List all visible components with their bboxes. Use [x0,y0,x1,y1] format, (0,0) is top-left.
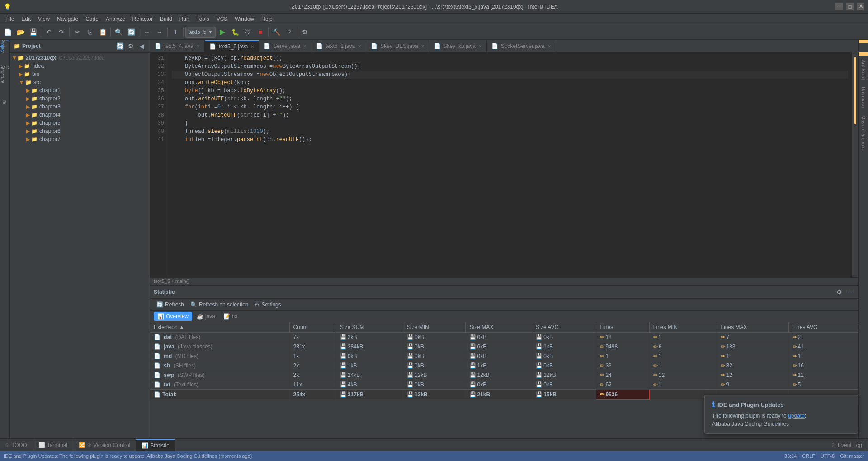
menu-run[interactable]: Run [176,15,193,23]
menu-refactor[interactable]: Refactor [129,15,156,23]
menu-vcs[interactable]: VCS [213,15,231,23]
toolbar-settings-button[interactable]: ⚙ [299,26,311,38]
tab-text5-5-close[interactable]: ✕ [250,44,254,49]
tree-idea-folder[interactable]: ▶ 📁 .idea [17,62,150,70]
stat-tab-overview[interactable]: 📊 Overview [154,312,192,321]
menu-code[interactable]: Code [82,15,102,23]
toolbar-find-button[interactable]: 🔍 [113,26,124,38]
toolbar-structure-button[interactable]: ⬆ [170,26,181,38]
toolbar-new-button[interactable]: 📄 [2,26,14,38]
debug-button[interactable]: 🐛 [229,26,241,38]
maximize-button[interactable]: □ [846,3,854,10]
toolbar-save-button[interactable]: 💾 [27,26,39,38]
coverage-button[interactable]: 🛡 [242,26,254,38]
tree-chaptor3-folder[interactable]: ▶ 📁 chaptor3 [24,103,150,111]
col-size-max[interactable]: Size MAX [466,322,532,333]
toolbar-paste-button[interactable]: 📋 [97,26,108,38]
tab-skey-des[interactable]: 📄 Skey_DES.java ✕ [366,40,429,52]
project-collapse-button[interactable]: ◀ [137,42,146,51]
toolbar-cut-button[interactable]: ✂ [71,26,83,38]
col-lines[interactable]: Lines [596,322,649,333]
maven-projects-label[interactable]: Maven Projects [860,112,867,153]
col-size-sum[interactable]: Size SUM [336,322,403,333]
col-size-min[interactable]: Size MIN [403,322,466,333]
tab-socketserver[interactable]: 📄 SocketServer.java ✕ [487,40,556,52]
col-lines-min[interactable]: Lines MIN [649,322,717,333]
settings-button[interactable]: ⚙ Settings [252,301,283,309]
toolbar-open-button[interactable]: 📂 [14,26,26,38]
tab-skey-kb-close[interactable]: ✕ [478,44,482,49]
toolbar-back-button[interactable]: ← [141,26,153,38]
scroll-strip[interactable] [852,52,858,277]
tab-server-close[interactable]: ✕ [303,44,307,49]
statistic-minimize-button[interactable]: ─ [845,287,854,296]
col-extension[interactable]: Extension ▲ [150,322,289,333]
tree-chaptor6-folder[interactable]: ▶ 📁 chaptor6 [24,127,150,135]
menu-build[interactable]: Build [156,15,176,23]
run-config-dropdown[interactable]: text5_5 ▼ [185,27,216,38]
close-button[interactable]: ✕ [857,3,864,10]
tab-skey-kb[interactable]: 📄 Skey_kb.java ✕ [429,40,487,52]
project-gear-button[interactable]: ⚙ [126,42,135,51]
stat-tab-java[interactable]: ☕ java [193,312,219,321]
tree-chaptor5-folder[interactable]: ▶ 📁 chaptor5 [24,119,150,127]
notif-update-link[interactable]: update [788,413,805,419]
project-root[interactable]: ▼📁 20172310qx C:\Users\12257\Idea [10,54,150,62]
tree-bin-folder[interactable]: ▶ 📁 bin [17,70,150,78]
tab-skey-des-close[interactable]: ✕ [421,44,425,49]
menu-view[interactable]: View [34,15,53,23]
database-label[interactable]: Database [860,83,867,112]
code-editor[interactable]: 31 32 33 34 35 36 37 38 39 40 41 [150,52,858,277]
tab-socketserver-close[interactable]: ✕ [547,44,551,49]
bottom-tab-eventlog[interactable]: 2: Event Log [826,439,868,451]
toolbar-build-button[interactable]: 🔨 [270,26,282,38]
tree-chaptor1-folder[interactable]: ▶ 📁 chaptor1 [24,86,150,94]
bottom-tab-todo[interactable]: 6: TODO [0,439,33,451]
status-position[interactable]: 33:14 [784,453,797,459]
menu-file[interactable]: File [2,15,18,23]
code-content[interactable]: Key kp = (Key) bp.readObject(); ByteArra… [168,52,852,277]
tab-text5-2-close[interactable]: ✕ [358,44,361,49]
tree-chaptor2-folder[interactable]: ▶ 📁 chaptor2 [24,94,150,103]
tab-text5-4[interactable]: 📄 text5_4.java ✕ [150,40,205,52]
toolbar-replace-button[interactable]: 🔄 [125,26,137,38]
col-count[interactable]: Count [289,322,336,333]
refresh-on-selection-button[interactable]: 🔍 Refresh on selection [188,301,251,309]
col-size-avg[interactable]: Size AVG [532,322,596,333]
menu-analyze[interactable]: Analyze [102,15,129,23]
minimize-button[interactable]: ─ [835,3,843,10]
toolbar-forward-button[interactable]: → [154,26,165,38]
tree-chaptor7-folder[interactable]: ▶ 📁 chaptor7 [24,135,150,143]
sidebar-project-icon[interactable]: 1: Project [0,42,9,51]
bottom-tab-vcs[interactable]: 🔀 9: Version Control [73,439,136,451]
toolbar-copy-button[interactable]: ⎘ [84,26,96,38]
sidebar-maven-icon[interactable]: m [0,98,9,107]
menu-navigate[interactable]: Navigate [53,15,82,23]
toolbar-help-button[interactable]: ? [283,26,295,38]
sidebar-structure-icon[interactable]: Z: Structure [0,70,9,79]
status-linesep[interactable]: CRLF [802,453,815,459]
statistic-gear-button[interactable]: ⚙ [835,287,844,296]
ant-build-label[interactable]: Ant Build [860,56,867,83]
stat-tab-txt[interactable]: 📝 txt [220,312,241,321]
menu-tools[interactable]: Tools [193,15,213,23]
run-button[interactable]: ▶ [217,26,228,38]
col-lines-avg[interactable]: Lines AVG [788,322,858,333]
menu-edit[interactable]: Edit [18,15,34,23]
tab-server[interactable]: 📄 Server.java ✕ [259,40,311,52]
stop-button[interactable]: ■ [255,26,266,38]
col-lines-max[interactable]: Lines MAX [717,322,788,333]
menu-help[interactable]: Help [258,15,276,23]
tree-chaptor4-folder[interactable]: ▶ 📁 chaptor4 [24,111,150,119]
menu-window[interactable]: Window [231,15,258,23]
status-encoding[interactable]: UTF-8 [821,453,835,459]
tree-src-folder[interactable]: ▼ 📁 src [17,78,150,86]
tab-text5-2[interactable]: 📄 text5_2.java ✕ [311,40,366,52]
bottom-tab-statistic[interactable]: 📊 Statistic [136,439,175,451]
project-sync-button[interactable]: 🔄 [115,42,124,51]
tab-text5-5[interactable]: 📄 text5_5.java ✕ [205,40,259,52]
refresh-button[interactable]: 🔄 Refresh [154,301,187,309]
tab-text5-4-close[interactable]: ✕ [196,44,200,49]
bottom-tab-terminal[interactable]: ⬜ Terminal [33,439,73,451]
toolbar-undo-button[interactable]: ↶ [43,26,55,38]
